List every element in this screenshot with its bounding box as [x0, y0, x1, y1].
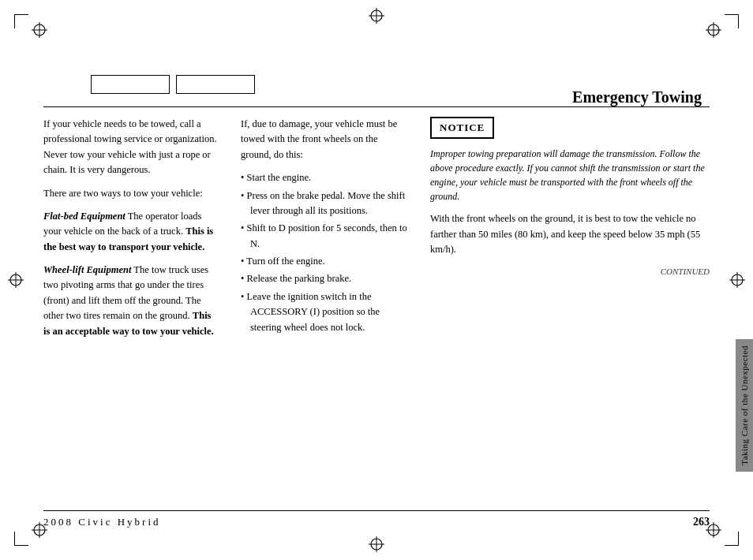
- middle-intro: If, due to damage, your vehicle must be …: [241, 117, 408, 162]
- page: Emergency Towing If your vehicle needs t…: [0, 0, 753, 560]
- page-title: Emergency Towing: [572, 88, 702, 106]
- corner-mark-tl: [14, 14, 28, 28]
- bullet-4: Turn off the engine.: [241, 254, 408, 269]
- bullet-list: Start the engine. Press on the brake ped…: [241, 170, 408, 335]
- side-tab-text: Taking Care of the Unexpected: [740, 345, 749, 465]
- wheel-lift-label: Wheel-lift Equipment: [43, 264, 131, 275]
- wheel-lift-para: Wheel-lift Equipment The tow truck uses …: [43, 263, 219, 339]
- footer-page: 263: [693, 516, 710, 528]
- col-right: NOTICE Improper towing preparation will …: [422, 117, 710, 489]
- tab-boxes: [91, 75, 255, 94]
- right-para2: With the front wheels on the ground, it …: [430, 211, 710, 257]
- notice-text: Improper towing preparation will damage …: [430, 147, 710, 203]
- bullet-6: Leave the ignition switch in the ACCESSO…: [241, 289, 408, 335]
- bullet-3: Shift to D position for 5 seconds, then …: [241, 221, 408, 252]
- reg-mark-right-center: [729, 272, 745, 288]
- col-middle: If, due to damage, your vehicle must be …: [233, 117, 422, 489]
- flat-bed-label: Flat-bed Equipment: [43, 211, 126, 222]
- tab-box-1: [91, 75, 170, 94]
- tab-box-2: [176, 75, 255, 94]
- col-left: If your vehicle needs to be towed, call …: [43, 117, 233, 489]
- bullet-1: Start the engine.: [241, 170, 408, 185]
- notice-box: NOTICE: [430, 117, 494, 139]
- bullet-2: Press on the brake pedal. Move the shift…: [241, 189, 408, 219]
- reg-mark-top-center: [369, 8, 384, 24]
- continued-label: CONTINUED: [430, 265, 710, 278]
- corner-mark-bl: [14, 532, 28, 546]
- reg-mark-top-left: [32, 22, 47, 38]
- reg-mark-top-right: [706, 22, 721, 38]
- left-para1: If your vehicle needs to be towed, call …: [43, 117, 219, 178]
- reg-mark-left-center: [8, 272, 24, 288]
- reg-mark-bottom-center: [369, 536, 384, 552]
- flat-bed-para: Flat-bed Equipment The operator loads yo…: [43, 209, 219, 255]
- bullet-5: Release the parking brake.: [241, 271, 408, 286]
- corner-mark-br: [725, 532, 739, 546]
- left-para2: There are two ways to tow your vehicle:: [43, 186, 219, 201]
- corner-mark-tr: [725, 14, 739, 28]
- footer-title: 2008 Civic Hybrid: [43, 516, 161, 528]
- header-line: [43, 106, 710, 107]
- footer: 2008 Civic Hybrid 263: [43, 510, 710, 528]
- side-tab: Taking Care of the Unexpected: [736, 339, 753, 472]
- main-content: If your vehicle needs to be towed, call …: [43, 117, 710, 489]
